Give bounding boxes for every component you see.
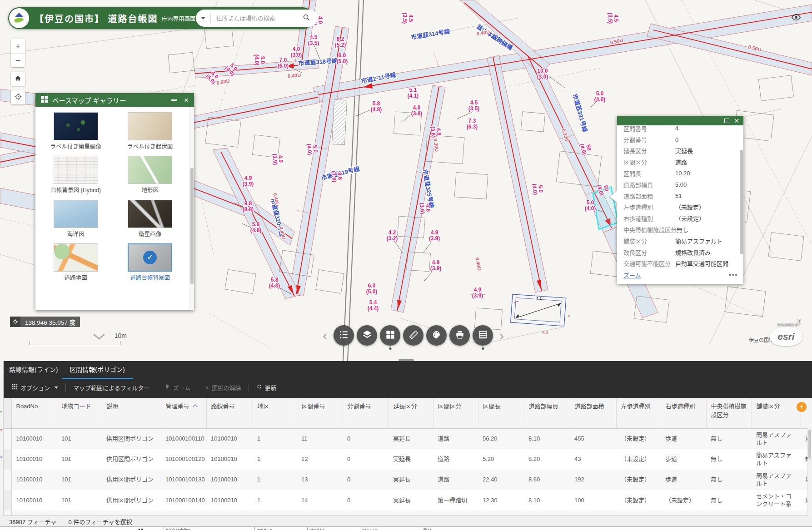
table-cell: 道路 <box>433 449 478 470</box>
basemap-item-label: ラベル付き起伏図 <box>115 143 185 150</box>
table-cell: 道路 <box>433 428 478 449</box>
table-cell: 101 <box>57 449 102 470</box>
field-label: 舗装区分 <box>623 237 675 245</box>
map-canvas[interactable]: 市道韮318号線市道2-11号線市道韮314号線韮山本線跨線橋市道韮319号線市… <box>0 0 812 361</box>
add-button[interactable]: + <box>797 402 807 412</box>
attribute-table-icon <box>478 330 488 341</box>
table-cell: 供用区間ポリゴン <box>102 428 161 449</box>
basemap-gallery-button[interactable] <box>380 325 400 346</box>
basemap-item-3[interactable]: 台帳背景図 (Hybrid) <box>41 156 111 194</box>
scrollbar-thumb[interactable] <box>740 150 743 254</box>
railway-line <box>343 0 364 361</box>
search-source-dropdown[interactable] <box>196 16 210 20</box>
scrollbar-thumb[interactable] <box>190 168 194 284</box>
maximize-icon[interactable] <box>724 119 729 123</box>
column-header[interactable]: 区間区分 <box>433 398 478 428</box>
column-header[interactable]: RoadNo <box>11 398 57 428</box>
table-scrollbar[interactable] <box>807 428 812 516</box>
refresh-icon <box>256 384 262 391</box>
table-cell: 8.60 <box>524 470 570 490</box>
refresh-button[interactable]: 更新 <box>252 383 281 392</box>
basemap-gallery-icon <box>385 330 395 341</box>
search-input[interactable] <box>211 15 300 22</box>
table-row[interactable]: 10100010101供用区間ポリゴン101000100120101000101… <box>0 449 812 470</box>
column-header[interactable]: 路線番号 <box>206 398 253 428</box>
zoom-out-button[interactable]: − <box>11 53 25 67</box>
basemap-gallery-header[interactable]: ベースマップ ギャラリー × <box>35 93 194 107</box>
column-header[interactable]: 管理番号 <box>161 398 206 428</box>
legend-button[interactable] <box>334 325 354 346</box>
basemap-item-8[interactable]: ✓道路台帳背景図 <box>115 243 185 282</box>
close-icon[interactable]: ✕ <box>734 118 739 124</box>
popup-more-menu[interactable]: ••• <box>729 272 738 278</box>
basemap-item-5[interactable]: 海洋図 <box>41 200 111 238</box>
popup-zoom-link[interactable]: ズーム <box>623 271 641 279</box>
column-header[interactable]: 地物コード <box>57 398 102 428</box>
basemap-item-1[interactable]: ラベル付き衛星画像 <box>41 112 111 150</box>
zoom-label: ズーム <box>173 383 190 392</box>
print-icon <box>455 330 465 341</box>
table-row[interactable]: 10100010101供用区間ポリゴン101000100140101000101… <box>0 490 812 510</box>
powered-by-label: POWERED BY <box>770 323 800 327</box>
basemap-item-label: ラベル付き衛星画像 <box>41 143 111 150</box>
popup-header[interactable]: ✕ <box>617 116 743 125</box>
table-cell: 13 <box>297 470 343 490</box>
field-label: 区間長 <box>623 169 675 178</box>
table-row[interactable]: 10100010101供用区間ポリゴン101000100130101000101… <box>0 470 812 490</box>
layers-button[interactable] <box>357 325 377 346</box>
column-header[interactable]: 中央帯植樹施設区分 <box>706 398 752 428</box>
filter-by-map-extent-button[interactable]: マップ範囲によるフィルター <box>69 383 154 392</box>
basemap-item-7[interactable]: 道路地図 <box>41 243 111 282</box>
dlab-r-label: c <box>568 313 570 318</box>
print-button[interactable] <box>449 325 470 346</box>
column-header[interactable]: 分割番号 <box>343 398 389 428</box>
column-header[interactable]: 道路部幅員 <box>524 398 570 428</box>
tab-section-info-polygon[interactable]: 区間情報(ポリゴン) <box>69 365 125 379</box>
column-header[interactable]: 地区 <box>253 398 297 428</box>
draw-button[interactable] <box>426 325 447 346</box>
table-cell: セメント・コンクリート系 <box>752 490 801 510</box>
toolbar-next-icon[interactable]: › <box>496 329 508 342</box>
column-header[interactable]: 延長区分 <box>389 398 433 428</box>
home-button[interactable] <box>11 72 25 86</box>
column-header[interactable]: 道路部面積 <box>570 398 616 428</box>
clear-selection-button[interactable]: × 選択の解除 <box>201 383 246 392</box>
dim-label: 4.9(3.9) <box>430 259 442 272</box>
zoom-to-selection-button[interactable]: ズーム <box>160 383 195 392</box>
attribute-table-button[interactable] <box>473 325 493 346</box>
column-header[interactable]: 舗装区分 <box>752 398 801 428</box>
measure-button[interactable] <box>403 325 423 346</box>
crosshair-icon[interactable] <box>10 317 20 327</box>
scrollbar-thumb[interactable] <box>808 430 811 459</box>
basemap-item-4[interactable]: 地形図 <box>115 156 185 194</box>
table-cell: 10100010 <box>206 470 253 490</box>
tab-route-info-line[interactable]: 路線情報(ライン) <box>8 365 59 379</box>
table-cell: 101000100110 <box>161 428 206 449</box>
scrollbar[interactable] <box>189 107 194 310</box>
close-icon[interactable]: × <box>184 96 189 104</box>
basemap-item-2[interactable]: ラベル付き起伏図 <box>115 112 185 150</box>
column-header[interactable]: 区間番号 <box>297 398 343 428</box>
dim-label: 4.5(3.5) <box>308 34 319 46</box>
column-header[interactable]: 説明 <box>102 398 161 428</box>
minimize-icon[interactable] <box>171 99 177 101</box>
table-cell: 簡易アスファルト <box>752 470 801 490</box>
column-header[interactable]: 区間長 <box>478 398 524 428</box>
toolbar-prev-icon[interactable]: ‹ <box>319 329 331 342</box>
options-menu-button[interactable]: オプション <box>7 383 63 392</box>
search-button[interactable] <box>300 13 313 23</box>
panel-resize-handle[interactable] <box>399 359 414 361</box>
app-header: 【伊豆の国市】 道路台帳図 庁内専用画面 <box>8 7 314 29</box>
zoom-in-button[interactable]: + <box>11 39 25 53</box>
background-window-cell: <NULL> <box>360 527 378 530</box>
locate-button[interactable] <box>11 90 25 104</box>
field-value: 0 <box>675 136 739 143</box>
visibility-toggle-button[interactable] <box>787 12 805 24</box>
column-header[interactable]: 左歩道種別 <box>616 398 661 428</box>
table-row[interactable]: 10100010101供用区間ポリゴン101000100110101000101… <box>0 428 812 449</box>
column-header[interactable]: 右歩道種別 <box>661 398 706 428</box>
zoom-control-group: + − <box>11 39 25 67</box>
basemap-item-6[interactable]: 衛星画像 <box>115 200 185 238</box>
coordinate-display: 138.946 35.057 度 <box>10 317 80 327</box>
popup-field-row: 区間番号4 <box>623 125 739 134</box>
